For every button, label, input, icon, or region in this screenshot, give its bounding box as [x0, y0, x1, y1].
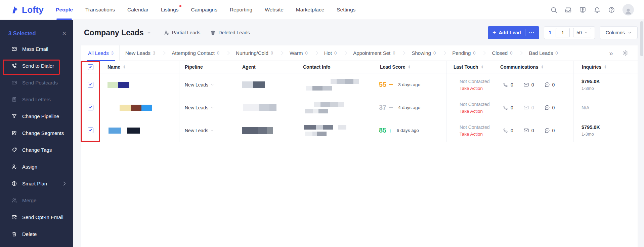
sidebar-item-send-postcards[interactable]: Send Postcards — [0, 74, 73, 91]
sidebar-item-send-to-dialer[interactable]: Send to Dialer — [0, 57, 73, 74]
pipeline-select[interactable]: New Leads — [179, 128, 214, 133]
column-header-inquiries[interactable]: Inquiries▲▼ — [574, 61, 638, 73]
row-checkbox[interactable]: ✔ — [88, 105, 93, 110]
search-icon[interactable] — [550, 6, 557, 13]
nav-item-transactions[interactable]: Transactions — [85, 0, 115, 20]
sidebar-item-merge[interactable]: Merge — [0, 192, 73, 209]
select-all-checkbox[interactable]: ✔ — [88, 64, 93, 70]
calls-count[interactable]: 0 — [503, 128, 513, 133]
tab-attempting-contact[interactable]: Attempting Contact 0 — [166, 45, 225, 61]
sidebar-item-label: Mass Email — [22, 46, 48, 52]
sidebar-item-delete[interactable]: Delete — [0, 225, 73, 242]
page-size-select[interactable]: 50 — [573, 28, 591, 37]
sidebar-item-change-segments[interactable]: Change Segments — [0, 125, 73, 141]
column-header-lead-score[interactable]: Lead Score▲▼ — [372, 61, 447, 73]
tab-closed[interactable]: Closed 0 — [486, 45, 518, 61]
nav-item-reporting[interactable]: Reporting — [230, 0, 252, 20]
add-lead-more-button[interactable]: ··· — [525, 30, 539, 35]
column-header-communications[interactable]: Communications▲▼ — [493, 61, 574, 73]
nav-item-campaigns[interactable]: Campaigns — [191, 0, 217, 20]
sidebar-item-send-letters[interactable]: Send Letters — [0, 91, 73, 108]
texts-count[interactable]: 0 — [544, 105, 555, 110]
take-action-link[interactable]: Take Action — [460, 132, 490, 137]
name-cell[interactable] — [100, 73, 179, 96]
contact-info-cell — [298, 96, 372, 119]
pipeline-cell: New Leads — [179, 119, 231, 142]
page-title[interactable]: Company Leads — [84, 28, 144, 37]
columns-button[interactable]: Columns — [600, 26, 638, 39]
column-header-last-touch[interactable]: Last Touch▲▼ — [447, 61, 493, 73]
sidebar-item-change-pipeline[interactable]: Change Pipeline — [0, 108, 73, 125]
nav-item-listings[interactable]: Listings — [161, 0, 179, 20]
add-lead-button[interactable]: + Add Lead ··· — [488, 26, 539, 39]
tab-all-leads[interactable]: All Leads 3 — [82, 45, 120, 61]
name-cell[interactable] — [100, 96, 179, 119]
page-number-input[interactable] — [556, 28, 570, 37]
chevron-down-icon[interactable] — [147, 31, 151, 35]
avatar[interactable] — [622, 4, 634, 15]
calls-count[interactable]: 0 — [503, 82, 513, 87]
last-touch-cell: Not Contacted Take Action — [447, 119, 493, 142]
tab-count: 0 — [334, 50, 337, 56]
sort-arrows-icon[interactable]: ▲▼ — [541, 65, 544, 69]
gear-icon[interactable] — [622, 50, 629, 56]
deleted-leads-link[interactable]: Deleted Leads — [210, 30, 250, 35]
row-checkbox[interactable]: ✔ — [88, 82, 93, 87]
monitor-dollar-icon[interactable] — [579, 6, 586, 13]
tab-pending[interactable]: Pending 0 — [446, 45, 481, 61]
column-header-pipeline[interactable]: Pipeline — [179, 61, 231, 73]
texts-count[interactable]: 0 — [544, 82, 555, 87]
comm-count: 0 — [552, 105, 555, 110]
tab-label: All Leads — [88, 50, 109, 56]
last-touch-cell: Not Contacted Take Action — [447, 96, 493, 119]
lofty-logo[interactable]: Lofty — [0, 5, 54, 15]
emails-count[interactable]: 0 — [523, 82, 534, 87]
column-header-name[interactable]: Name▲▼ — [100, 61, 179, 73]
phone-icon — [503, 128, 508, 133]
logo-text: Lofty — [22, 5, 44, 15]
nav-item-website[interactable]: Website — [265, 0, 284, 20]
nav-item-marketplace[interactable]: Marketplace — [296, 0, 324, 20]
pipeline-select[interactable]: New Leads — [179, 105, 214, 110]
sidebar-actions-list: Mass Email Send to Dialer Send Postcards… — [0, 40, 73, 242]
take-action-link[interactable]: Take Action — [460, 109, 490, 114]
calls-count[interactable]: 0 — [503, 105, 513, 110]
emails-count[interactable]: 0 — [523, 105, 534, 110]
sidebar-item-send-opt-in-email[interactable]: Send Opt-In Email — [0, 209, 73, 225]
tab-new-leads[interactable]: New Leads 3 — [120, 45, 161, 61]
mailcheck-icon — [11, 214, 17, 220]
partial-leads-link[interactable]: Partial Leads — [164, 30, 201, 35]
sort-arrows-icon[interactable]: ▲▼ — [123, 65, 125, 69]
take-action-link[interactable]: Take Action — [460, 86, 490, 91]
nav-item-people[interactable]: People — [56, 0, 73, 20]
pipeline-select[interactable]: New Leads — [179, 82, 214, 87]
emails-count[interactable]: 0 — [523, 128, 534, 133]
tab-warm[interactable]: Warm 0 — [284, 45, 313, 61]
help-icon[interactable] — [608, 6, 615, 13]
texts-count[interactable]: 0 — [544, 128, 555, 133]
column-header-contact-info[interactable]: Contact Info — [298, 61, 372, 73]
scrollbar-thumb[interactable] — [640, 21, 643, 56]
tab-nurturing-cold[interactable]: Nurturing/Cold 0 — [230, 45, 279, 61]
sort-arrows-icon[interactable]: ▲▼ — [604, 65, 606, 69]
row-checkbox[interactable]: ✔ — [88, 128, 93, 133]
sidebar-item-assign[interactable]: Assign — [0, 158, 73, 175]
tab-appointment-set[interactable]: Appointment Set 0 — [347, 45, 401, 61]
column-header-agent[interactable]: Agent — [231, 61, 298, 73]
close-icon[interactable]: ✕ — [62, 31, 67, 36]
sidebar-item-change-tags[interactable]: Change Tags — [0, 141, 73, 158]
nav-item-calendar[interactable]: Calendar — [127, 0, 148, 20]
tab-hot[interactable]: Hot 0 — [318, 45, 343, 61]
more-tabs-icon[interactable]: » — [609, 49, 613, 57]
sort-arrows-icon[interactable]: ▲▼ — [481, 65, 483, 69]
tab-showing[interactable]: Showing 0 — [406, 45, 441, 61]
sidebar-item-mass-email[interactable]: Mass Email — [0, 40, 73, 57]
notifications-bell-icon[interactable] — [594, 6, 601, 13]
sidebar-item-smart-plan[interactable]: Smart Plan — [0, 175, 73, 192]
person-icon — [624, 7, 633, 15]
sort-arrows-icon[interactable]: ▲▼ — [408, 65, 410, 69]
tab-bad-leads[interactable]: Bad Leads 0 — [523, 45, 563, 61]
name-cell[interactable] — [100, 119, 179, 142]
nav-item-settings[interactable]: Settings — [337, 0, 355, 20]
inbox-tray-icon[interactable] — [565, 6, 572, 13]
